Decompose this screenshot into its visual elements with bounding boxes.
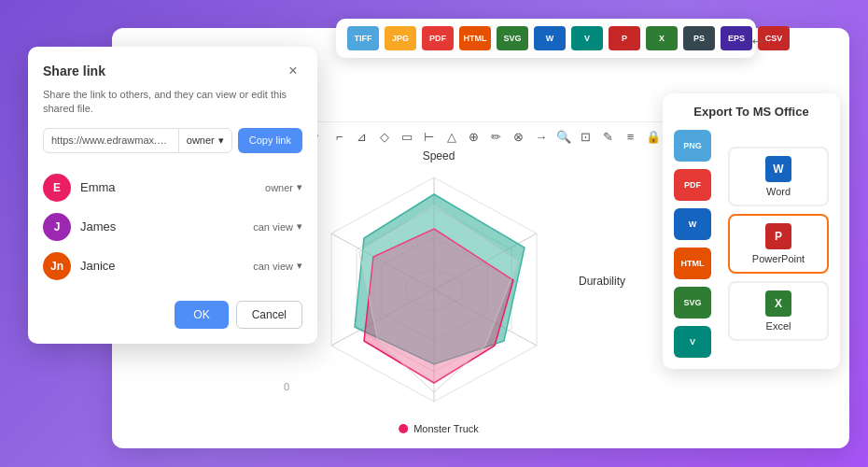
word-label: Word: [766, 186, 791, 197]
durability-label: Durability: [579, 275, 625, 288]
format-icon-pdf[interactable]: PDF: [422, 26, 454, 50]
arrow-indicator: ←: [749, 30, 767, 51]
janice-permission-chevron: ▾: [297, 260, 302, 272]
toolbar-fill-icon[interactable]: ⊕: [464, 126, 484, 147]
url-permission-dropdown[interactable]: owner ▾: [178, 129, 231, 152]
user-name-james: James: [80, 219, 244, 234]
user-list: E Emma owner ▾ J James can view ▾ Jn Jan…: [43, 168, 302, 286]
avatar-emma: E: [43, 174, 71, 202]
toolbar-zoom-icon[interactable]: 🔍: [553, 126, 574, 147]
excel-icon: X: [765, 290, 791, 317]
avatar-emma-inner: E: [43, 174, 71, 202]
toolbar-shape-icon[interactable]: ⊿: [352, 126, 372, 147]
toolbar-align-icon[interactable]: ≡: [621, 126, 641, 147]
format-toolbar: TIFFJPGPDFHTMLSVGWVPXPSEPSCSV: [336, 19, 756, 58]
url-row: owner ▾ Copy link: [43, 128, 302, 153]
dialog-actions: OK Cancel: [43, 301, 302, 329]
export-side-word[interactable]: W: [674, 208, 711, 240]
toolbar-corner-icon[interactable]: ⌐: [329, 126, 350, 147]
export-main-icons: W Word P PowerPoint X Excel: [728, 147, 829, 341]
export-title: Export To MS Office: [674, 105, 829, 119]
toolbar-diamond-icon[interactable]: ◇: [374, 126, 395, 147]
export-side-pdf[interactable]: PDF: [674, 169, 711, 201]
user-name-emma: Emma: [80, 180, 256, 194]
export-side-icons: PNG PDF W HTML SVG V: [674, 130, 721, 358]
avatar-janice: Jn: [43, 252, 71, 280]
format-icon-x[interactable]: X: [646, 26, 678, 50]
export-excel-item[interactable]: X Excel: [728, 281, 829, 341]
user-permission-emma[interactable]: owner ▾: [265, 181, 302, 193]
format-icon-p[interactable]: P: [609, 26, 640, 50]
toolbar-pen-icon[interactable]: ✏: [486, 126, 507, 147]
format-icon-eps[interactable]: EPS: [721, 26, 752, 50]
user-row-james: J James can view ▾: [43, 207, 302, 247]
dialog-header: Share link ×: [43, 62, 302, 80]
powerpoint-icon: P: [765, 223, 791, 249]
share-dialog: Share link × Share the link to others, a…: [28, 47, 317, 344]
format-icon-w[interactable]: W: [534, 26, 566, 50]
toolbar-rect-icon[interactable]: ▭: [397, 126, 417, 147]
cancel-button[interactable]: Cancel: [236, 301, 302, 329]
url-input[interactable]: [44, 129, 178, 152]
format-icon-svg[interactable]: SVG: [497, 26, 528, 50]
format-icon-tiff[interactable]: TIFF: [347, 26, 379, 50]
url-permission-label: owner: [187, 134, 215, 146]
toolbar-bracket-icon[interactable]: ⊢: [419, 126, 440, 147]
janice-permission-label: can view: [253, 261, 293, 272]
toolbar-connector-icon[interactable]: →: [531, 126, 552, 147]
avatar-james-inner: J: [43, 213, 71, 241]
chevron-down-icon: ▾: [218, 134, 224, 147]
export-grid: PNG PDF W HTML SVG V W Word P PowerPoint…: [674, 130, 829, 358]
format-icon-html[interactable]: HTML: [459, 26, 491, 50]
powerpoint-label: PowerPoint: [752, 253, 805, 264]
user-permission-james[interactable]: can view ▾: [253, 220, 302, 233]
user-permission-janice[interactable]: can view ▾: [253, 260, 302, 272]
toolbar-lock-icon[interactable]: 🔒: [643, 126, 664, 147]
toolbar-frame-icon[interactable]: ⊡: [576, 126, 596, 147]
user-row-emma: E Emma owner ▾: [43, 168, 302, 207]
url-input-group: owner ▾: [43, 128, 232, 153]
legend-dot-monster: [399, 424, 408, 433]
excel-label: Excel: [766, 320, 791, 332]
format-icon-ps[interactable]: PS: [683, 26, 715, 50]
james-permission-chevron: ▾: [297, 220, 302, 233]
avatar-james: J: [43, 213, 71, 241]
legend-label-monster: Monster Truck: [413, 423, 479, 434]
dialog-close-button[interactable]: ×: [284, 62, 302, 80]
word-icon: W: [765, 156, 791, 182]
radar-svg: [289, 159, 579, 430]
dialog-title: Share link: [43, 64, 105, 78]
export-panel: Export To MS Office PNG PDF W HTML SVG V…: [663, 93, 840, 369]
toolbar-edit-icon[interactable]: ✎: [598, 126, 619, 147]
emma-permission-label: owner: [265, 182, 293, 193]
export-side-v[interactable]: V: [674, 326, 711, 358]
avatar-janice-inner: Jn: [43, 252, 71, 280]
ok-button[interactable]: OK: [175, 301, 228, 329]
format-icon-v[interactable]: V: [571, 26, 603, 50]
export-side-png[interactable]: PNG: [674, 130, 711, 162]
emma-permission-chevron: ▾: [297, 181, 302, 193]
toolbar-line-icon[interactable]: ⊗: [509, 126, 529, 147]
chart-legend: Monster Truck: [399, 423, 479, 434]
format-icon-jpg[interactable]: JPG: [385, 26, 416, 50]
copy-link-button[interactable]: Copy link: [238, 128, 302, 153]
james-permission-label: can view: [253, 221, 293, 233]
export-side-svg[interactable]: SVG: [674, 287, 711, 318]
speed-label: Speed: [423, 149, 455, 163]
export-powerpoint-item[interactable]: P PowerPoint: [728, 214, 829, 274]
export-word-item[interactable]: W Word: [728, 147, 829, 206]
y-label-0: 0: [271, 381, 289, 392]
export-side-html[interactable]: HTML: [674, 248, 711, 279]
user-name-janice: Janice: [80, 259, 244, 273]
dialog-description: Share the link to others, and they can v…: [43, 88, 302, 117]
user-row-janice: Jn Janice can view ▾: [43, 247, 302, 286]
toolbar-triangle-icon[interactable]: △: [441, 126, 462, 147]
